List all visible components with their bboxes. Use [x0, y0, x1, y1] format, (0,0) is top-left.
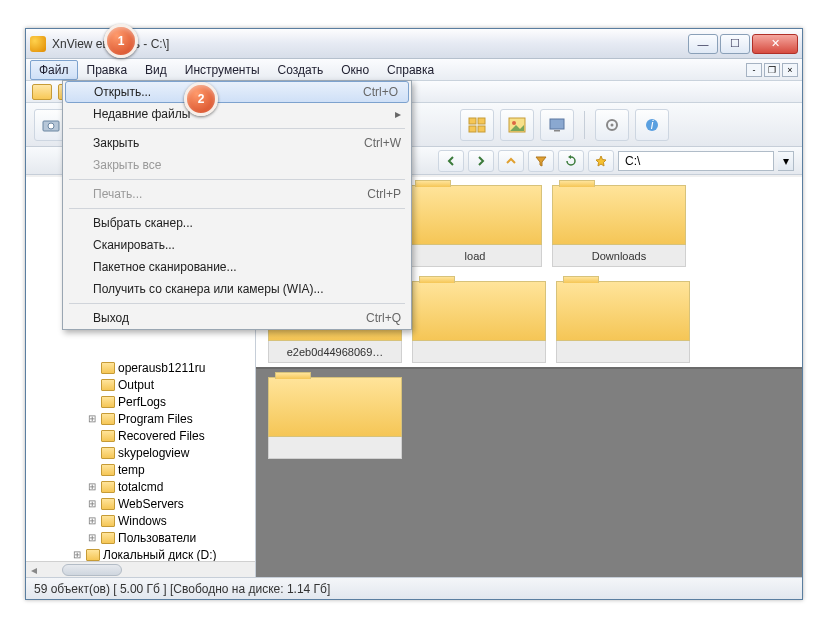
minimize-button[interactable]: — — [688, 34, 718, 54]
toolbar-browse-button[interactable] — [460, 109, 494, 141]
gear-icon — [603, 117, 621, 133]
dock-tab-1[interactable] — [32, 84, 52, 100]
thumbnail-item[interactable] — [412, 281, 546, 367]
tree-twisty-icon[interactable]: ⊞ — [71, 549, 83, 560]
menu-create[interactable]: Создать — [269, 60, 333, 80]
tree-row[interactable]: PerfLogs — [26, 393, 255, 410]
menu-help[interactable]: Справка — [378, 60, 443, 80]
svg-rect-3 — [478, 118, 485, 124]
tree-row[interactable]: ⊞Program Files — [26, 410, 255, 427]
menu-separator — [69, 208, 405, 209]
toolbar-info-button[interactable]: i — [635, 109, 669, 141]
folder-icon — [101, 430, 115, 442]
tree-label: totalcmd — [118, 480, 163, 494]
annotation-callout-1: 1 — [104, 24, 138, 58]
folder-icon — [101, 515, 115, 527]
menu-item-select-scanner[interactable]: Выбрать сканер... — [63, 212, 411, 234]
menu-label: Закрыть — [93, 136, 139, 150]
nav-refresh-button[interactable] — [558, 150, 584, 172]
thumbnail-item[interactable]: load — [408, 185, 542, 271]
svg-rect-9 — [554, 130, 560, 132]
tree-label: skypelogview — [118, 446, 189, 460]
tree-twisty-icon[interactable]: ⊞ — [86, 532, 98, 543]
menu-tools[interactable]: Инструменты — [176, 60, 269, 80]
menu-label: Получить со сканера или камеры (WIA)... — [93, 282, 324, 296]
svg-point-1 — [48, 123, 54, 129]
address-dropdown-button[interactable]: ▾ — [778, 151, 794, 171]
menu-separator — [69, 303, 405, 304]
arrow-left-icon — [445, 155, 457, 167]
menu-label: Пакетное сканирование... — [93, 260, 237, 274]
menu-view[interactable]: Вид — [136, 60, 176, 80]
tree-row[interactable]: operausb1211ru — [26, 359, 255, 376]
tree-twisty-icon[interactable]: ⊞ — [86, 413, 98, 424]
menu-label: Закрыть все — [93, 158, 161, 172]
menu-item-close[interactable]: Закрыть Ctrl+W — [63, 132, 411, 154]
menu-item-batch-scan[interactable]: Пакетное сканирование... — [63, 256, 411, 278]
screen-icon — [548, 117, 566, 133]
tree-row[interactable]: Output — [26, 376, 255, 393]
tree-row[interactable]: ⊞Пользователи — [26, 529, 255, 546]
nav-up-button[interactable] — [498, 150, 524, 172]
thumbnail-item[interactable] — [556, 281, 690, 367]
menu-label: Открыть... — [94, 85, 151, 99]
maximize-button[interactable]: ☐ — [720, 34, 750, 54]
tree-twisty-icon[interactable]: ⊞ — [86, 498, 98, 509]
nav-forward-button[interactable] — [468, 150, 494, 172]
refresh-icon — [565, 155, 577, 167]
menu-item-print: Печать... Ctrl+P — [63, 183, 411, 205]
thumbnail-item[interactable]: Downloads — [552, 185, 686, 271]
thumbnail-item[interactable] — [268, 377, 402, 463]
menu-label: Выход — [93, 311, 129, 325]
menu-item-wia[interactable]: Получить со сканера или камеры (WIA)... — [63, 278, 411, 300]
mdi-minimize-button[interactable]: - — [746, 63, 762, 77]
menu-item-recent[interactable]: Недавние файлы ▸ — [63, 103, 411, 125]
menu-item-open[interactable]: Открыть... Ctrl+O — [65, 81, 409, 103]
address-input[interactable] — [625, 154, 767, 168]
tree-twisty-icon[interactable]: ⊞ — [86, 515, 98, 526]
tree-row[interactable]: ⊞WebServers — [26, 495, 255, 512]
nav-back-button[interactable] — [438, 150, 464, 172]
tree-label: Локальный диск (D:) — [103, 548, 217, 562]
address-bar[interactable] — [618, 151, 774, 171]
folder-grid-icon — [468, 117, 486, 133]
menu-file[interactable]: Файл — [30, 60, 78, 80]
close-button[interactable]: ✕ — [752, 34, 798, 54]
tree-row[interactable]: Recovered Files — [26, 427, 255, 444]
tree-row[interactable]: ⊞totalcmd — [26, 478, 255, 495]
folder-icon — [101, 413, 115, 425]
tree-label: Program Files — [118, 412, 193, 426]
chevron-down-icon: ▾ — [783, 154, 789, 168]
tree-twisty-icon[interactable]: ⊞ — [86, 481, 98, 492]
tree-row[interactable]: ⊞Windows — [26, 512, 255, 529]
nav-filter-button[interactable] — [528, 150, 554, 172]
tree-horizontal-scrollbar[interactable]: ◂ — [26, 561, 255, 577]
thumbnail-label: load — [408, 245, 542, 267]
tree-label: Output — [118, 378, 154, 392]
mdi-restore-button[interactable]: ❐ — [764, 63, 780, 77]
tree-row[interactable]: temp — [26, 461, 255, 478]
window-title: XnView еватель - C:\] — [52, 37, 688, 51]
nav-favorites-button[interactable] — [588, 150, 614, 172]
toolbar-fullscreen-button[interactable] — [540, 109, 574, 141]
toolbar-image-button[interactable] — [500, 109, 534, 141]
folder-icon — [101, 532, 115, 544]
menu-item-exit[interactable]: Выход Ctrl+Q — [63, 307, 411, 329]
tree-label: WebServers — [118, 497, 184, 511]
menu-edit[interactable]: Правка — [78, 60, 137, 80]
menu-label: Недавние файлы — [93, 107, 190, 121]
svg-text:i: i — [651, 118, 654, 132]
menu-shortcut: Ctrl+O — [363, 85, 398, 99]
scroll-thumb[interactable] — [62, 564, 122, 576]
menu-label: Печать... — [93, 187, 142, 201]
star-icon — [595, 155, 607, 167]
mdi-close-button[interactable]: × — [782, 63, 798, 77]
toolbar-settings-button[interactable] — [595, 109, 629, 141]
menu-separator — [69, 128, 405, 129]
tree-row[interactable]: skypelogview — [26, 444, 255, 461]
tree-label: Recovered Files — [118, 429, 205, 443]
menu-window[interactable]: Окно — [332, 60, 378, 80]
menu-item-scan[interactable]: Сканировать... — [63, 234, 411, 256]
folder-icon — [101, 396, 115, 408]
app-icon — [30, 36, 46, 52]
